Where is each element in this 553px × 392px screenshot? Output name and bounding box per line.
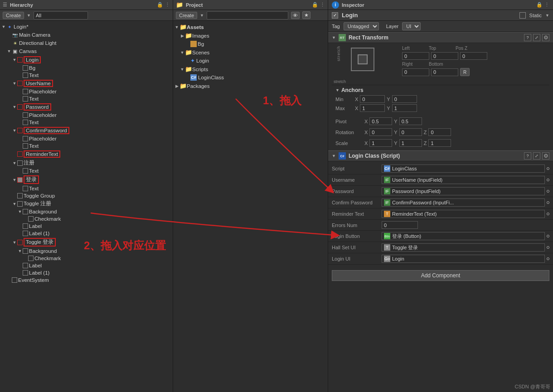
project-item-assets[interactable]: ▼ 📁 Assets <box>173 23 328 31</box>
rt-expand-btn[interactable]: ⤢ <box>533 34 540 41</box>
tree-item-text4[interactable]: Text <box>0 142 173 150</box>
layer-dropdown[interactable]: UI <box>402 22 421 30</box>
tree-item-checkmark2[interactable]: Checkmark <box>0 255 173 262</box>
tree-item-dir-light[interactable]: ☀ Directional Light <box>0 39 173 47</box>
errors-num-field[interactable] <box>382 221 418 229</box>
tree-item-toggle-group[interactable]: Toggle Group <box>0 192 173 199</box>
login-ui-circle-btn[interactable] <box>547 257 549 260</box>
rt-help-btn[interactable]: ? <box>524 34 531 41</box>
tree-item-text2[interactable]: Text <box>0 95 173 102</box>
tree-item-text1[interactable]: Text <box>0 72 173 79</box>
scale-x-field[interactable] <box>369 139 392 147</box>
password-circle-btn[interactable] <box>547 190 549 193</box>
tree-item-background2[interactable]: ▼ Background <box>0 247 173 255</box>
login-ui-value[interactable]: Go Login <box>382 255 545 263</box>
tree-item-bg[interactable]: Bg <box>0 64 173 72</box>
tree-item-username[interactable]: ▼ UserName <box>0 79 173 88</box>
tree-item-label4[interactable]: Label (1) <box>0 269 173 276</box>
tree-item-placeholder1[interactable]: Placeholder <box>0 88 173 95</box>
project-item-scripts[interactable]: ▼ 📁 Scripts <box>173 65 328 73</box>
lc-settings-btn[interactable]: ⚙ <box>542 152 549 160</box>
pivot-y-field[interactable] <box>399 117 422 125</box>
project-item-images[interactable]: ▶ 📁 Images <box>173 31 328 40</box>
posz-field[interactable] <box>460 52 487 60</box>
hierarchy-create-button[interactable]: Create <box>3 12 24 19</box>
confirm-password-circle-btn[interactable] <box>547 201 549 204</box>
rot-z-field[interactable] <box>428 128 451 136</box>
rot-x-field[interactable] <box>369 128 392 136</box>
left-field[interactable] <box>402 52 429 60</box>
password-script-value[interactable]: IF Password (InputField) <box>382 187 545 195</box>
script-circle-btn[interactable] <box>547 167 549 170</box>
right-field[interactable] <box>402 68 429 76</box>
lc-fold-arrow[interactable]: ▼ <box>332 154 336 158</box>
tree-item-canvas[interactable]: ▼ ▣ Canvas <box>0 47 173 55</box>
tree-item-eventsystem[interactable]: EventSystem <box>0 276 173 284</box>
reminder-text-script-value[interactable]: T ReminderText (Text) <box>382 210 545 218</box>
login-button-circle-btn[interactable] <box>547 235 549 237</box>
rt-visual-box[interactable] <box>351 48 374 71</box>
bottom-field[interactable] <box>431 68 458 76</box>
tree-item-remindertext[interactable]: ReminderText <box>0 150 173 159</box>
login-button-script-value[interactable]: Btn 登录 (Button) <box>382 232 545 240</box>
tree-item-login[interactable]: ▼ Login <box>0 55 173 64</box>
tree-item-text5[interactable]: Text <box>0 167 173 174</box>
username-script-value[interactable]: IF UserName (InputField) <box>382 176 545 184</box>
scale-z-field[interactable] <box>428 139 451 147</box>
tree-item-placeholder2[interactable]: Placeholder <box>0 111 173 119</box>
tree-item-login-star[interactable]: ▼ ✦ Login* <box>0 23 173 31</box>
tree-item-text6[interactable]: Text <box>0 185 173 192</box>
rt-fold-arrow[interactable]: ▼ <box>332 35 336 40</box>
anchors-fold-arrow[interactable]: ▼ <box>335 88 340 92</box>
tree-item-checkmark1[interactable]: Checkmark <box>0 215 173 223</box>
project-btn2[interactable]: ★ <box>302 11 310 19</box>
top-field[interactable] <box>431 52 458 60</box>
tree-item-confirmpassword[interactable]: ▼ ConfirmPassword <box>0 126 173 135</box>
tree-item-zhuce[interactable]: ▼ 注册 <box>0 159 173 167</box>
project-search-input[interactable] <box>207 11 288 19</box>
anchor-max-y-field[interactable] <box>392 104 417 112</box>
hierarchy-search-input[interactable] <box>34 11 88 19</box>
script-value[interactable]: C# LoginClass <box>382 165 545 173</box>
anchor-min-x-field[interactable] <box>360 95 385 103</box>
tag-dropdown[interactable]: Untagged <box>344 22 379 30</box>
lc-help-btn[interactable]: ? <box>524 152 531 160</box>
obj-active-checkbox[interactable]: ✓ <box>332 12 338 19</box>
project-item-bg[interactable]: Bg <box>173 40 328 48</box>
scale-y-field[interactable] <box>399 139 422 147</box>
anchor-min-y-field[interactable] <box>392 95 417 103</box>
add-component-button[interactable]: Add Component <box>332 270 549 281</box>
project-item-scenes[interactable]: ▼ 📁 Scenes <box>173 48 328 57</box>
anchor-max-x-field[interactable] <box>360 104 385 112</box>
tree-item-toggle-zhuce[interactable]: ▼ Toggle 注册 <box>0 199 173 208</box>
tree-item-label3[interactable]: Label <box>0 262 173 269</box>
rot-y-field[interactable] <box>399 128 422 136</box>
reminder-text-circle-btn[interactable] <box>547 213 549 215</box>
tree-item-label2[interactable]: Label (1) <box>0 230 173 237</box>
project-btn1[interactable]: 👁 <box>291 12 300 19</box>
project-create-button[interactable]: Create <box>176 12 197 19</box>
tree-item-denglu[interactable]: ▼ 登录 <box>0 174 173 185</box>
project-item-login-scene[interactable]: ✦ Login <box>173 57 328 65</box>
tree-item-text3[interactable]: Text <box>0 119 173 126</box>
rt-r-btn[interactable]: R <box>460 68 470 76</box>
login-button-value-text: 登录 (Button) <box>392 233 421 240</box>
tree-item-background1[interactable]: ▼ Background <box>0 208 173 215</box>
pivot-x-field[interactable] <box>369 117 392 125</box>
tree-item-placeholder3[interactable]: Placeholder <box>0 135 173 142</box>
static-checkbox[interactable] <box>519 12 526 19</box>
stretch-side-label: stretch <box>334 79 346 84</box>
tree-item-toggle-denglu[interactable]: ▼ Toggle 登录 <box>0 237 173 247</box>
tree-item-password[interactable]: ▼ Password <box>0 102 173 111</box>
hall-set-ui-circle-btn[interactable] <box>547 246 549 249</box>
hall-set-ui-value[interactable]: T Toggle 登录 <box>382 243 545 252</box>
rt-settings-btn[interactable]: ⚙ <box>542 34 549 41</box>
username-circle-btn[interactable] <box>547 179 549 181</box>
project-item-loginclass[interactable]: C# LoginClass <box>173 73 328 82</box>
tree-item-label1[interactable]: Label <box>0 223 173 230</box>
project-item-packages[interactable]: ▶ 📁 Packages <box>173 82 328 90</box>
tree-item-main-camera[interactable]: 📷 Main Camera <box>0 31 173 39</box>
confirm-pw-input-icon: IF <box>384 199 390 206</box>
lc-expand-btn[interactable]: ⤢ <box>533 152 540 160</box>
confirm-password-script-value[interactable]: IF ConfirmPassword (InputFi... <box>382 198 545 207</box>
